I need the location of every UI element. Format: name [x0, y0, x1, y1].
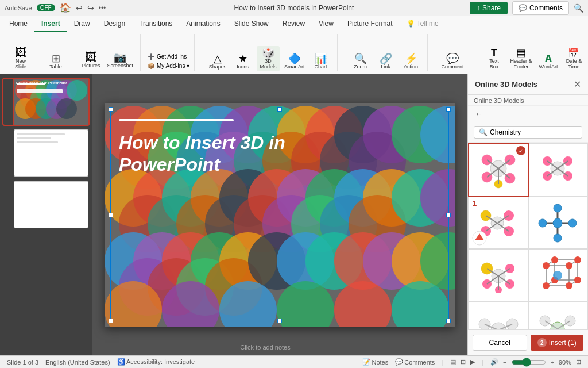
action-button[interactable]: ⚡ Action	[400, 52, 423, 71]
tab-home[interactable]: Home	[2, 16, 34, 32]
canvas-area[interactable]: How to Insert 3D in PowerPoint Click to …	[92, 74, 467, 355]
tab-review[interactable]: Review	[276, 16, 312, 32]
zoom-slider[interactable]	[512, 358, 546, 367]
slide-canvas[interactable]: How to Insert 3D in PowerPoint	[105, 103, 455, 327]
model-cell-1[interactable]: ✓	[469, 144, 528, 195]
share-button[interactable]: ↑ Share	[470, 2, 508, 14]
slide-panel: 1	[0, 74, 92, 355]
insert-button[interactable]: 2 Insert (1)	[531, 335, 584, 351]
slideshow-view-icon[interactable]: ▶	[470, 358, 475, 366]
my-addins-button[interactable]: 📦 My Add-ins ▾	[145, 62, 192, 70]
undo-btn[interactable]: ↩	[76, 3, 83, 13]
tab-tell-me[interactable]: 💡 Tell me	[400, 16, 446, 32]
icons-button[interactable]: ★ Icons	[231, 52, 254, 71]
model-cell-4[interactable]	[529, 197, 587, 248]
normal-view-icon[interactable]: ▤	[450, 358, 456, 366]
slide-info: Slide 1 of 3	[7, 359, 38, 366]
search-magnifier-icon: 🔍	[479, 128, 488, 136]
back-arrow-icon[interactable]: ←	[475, 109, 483, 118]
svg-text:How to Insert 3D in: How to Insert 3D in	[119, 132, 285, 153]
models-panel: Online 3D Models ✕ Online 3D Models ← 🔍	[467, 74, 588, 355]
shapes-button[interactable]: △ Shapes	[206, 52, 229, 71]
comment-button[interactable]: 💬 Comment	[439, 52, 466, 71]
outline-view-icon[interactable]: ⊞	[461, 358, 466, 366]
tab-transitions[interactable]: Transitions	[132, 16, 179, 32]
date-time-button[interactable]: 📅 Date &Time	[562, 47, 585, 71]
header-footer-icon: ▤	[516, 48, 526, 58]
close-panel-button[interactable]: ✕	[574, 79, 581, 90]
ribbon-group-links: 🔍 Zoom 🔗 Link ⚡ Action	[345, 34, 428, 71]
tab-insert[interactable]: Insert	[34, 16, 67, 32]
tab-view[interactable]: View	[312, 16, 341, 32]
title-bar-right: ↑ Share 💬 Comments 🔍	[470, 1, 583, 15]
view-icons: 📝 Notes 💬 Comments	[362, 358, 435, 366]
tab-picture-format[interactable]: Picture Format	[341, 16, 400, 32]
model-3-number: 1	[473, 199, 477, 208]
tab-design[interactable]: Design	[97, 16, 132, 32]
3d-models-button[interactable]: 🎲 3DModels	[257, 46, 280, 71]
ribbon-group-illustrations: △ Shapes ★ Icons 🎲 3DModels 🔷 SmartArt 📊	[202, 34, 338, 71]
model-cell-6[interactable]	[529, 250, 587, 301]
home-icon[interactable]: 🏠	[60, 2, 71, 13]
chart-button[interactable]: 📊 Chart	[310, 52, 332, 71]
search-box[interactable]: 🔍	[474, 126, 582, 139]
link-button[interactable]: 🔗 Link	[374, 52, 397, 71]
model-cell-8[interactable]	[529, 302, 587, 329]
slide-thumb-1[interactable]: 1	[3, 79, 88, 125]
zoom-out-button[interactable]: −	[503, 359, 506, 366]
search-icon[interactable]: 🔍	[574, 3, 583, 13]
action-icon: ⚡	[405, 53, 417, 64]
status-bar: Slide 1 of 3 English (United States) ♿ A…	[0, 355, 588, 368]
comments-icon: 💬	[519, 4, 527, 12]
comment-icon: 💬	[446, 53, 459, 64]
model-cell-7[interactable]	[469, 302, 528, 329]
ribbon-group-new-slide: 🖼 NewSlide	[5, 34, 37, 71]
new-slide-button[interactable]: 🖼 NewSlide	[9, 45, 32, 71]
share-icon: ↑	[477, 4, 480, 12]
wordart-button[interactable]: A WordArt	[537, 52, 560, 71]
accessibility-icon: ♿	[117, 358, 125, 365]
comments-button[interactable]: 💬 Comments	[512, 1, 569, 15]
status-left: Slide 1 of 3 English (United States) ♿ A…	[7, 358, 195, 366]
notes-button[interactable]: 📝 Notes	[362, 358, 388, 366]
ribbon-content: 🖼 NewSlide ⊞ Table 🖼 Pictures 📷 Screensh…	[0, 32, 588, 74]
model-cell-3[interactable]: 1	[469, 197, 528, 248]
get-addins-button[interactable]: ➕ Get Add-ins	[145, 52, 192, 61]
shapes-icon: △	[214, 53, 222, 64]
tab-slideshow[interactable]: Slide Show	[227, 16, 276, 32]
smartart-button[interactable]: 🔷 SmartArt	[282, 52, 307, 71]
click-to-add-notes[interactable]: Click to add notes	[184, 344, 347, 351]
model-cell-5[interactable]	[469, 250, 528, 301]
fit-slide-button[interactable]: ⊡	[576, 358, 581, 366]
svg-point-148	[566, 262, 572, 269]
tab-draw[interactable]: Draw	[67, 16, 97, 32]
ribbon-tabs: Home Insert Draw Design Transitions Anim…	[0, 16, 588, 32]
cancel-button[interactable]: Cancel	[473, 335, 527, 351]
slide-thumb-2[interactable]: 2	[3, 129, 88, 177]
comments-status-button[interactable]: 💬 Comments	[395, 358, 435, 366]
screenshot-icon: 📷	[114, 52, 126, 63]
more-btn[interactable]: •••	[99, 4, 106, 12]
svg-point-154	[574, 277, 581, 283]
slide-thumb-3[interactable]: 3	[3, 181, 88, 228]
pictures-button[interactable]: 🖼 Pictures	[79, 49, 103, 70]
search-input[interactable]	[490, 128, 577, 136]
model-4-visual	[535, 201, 581, 244]
model-cell-2[interactable]	[529, 144, 587, 195]
notes-icon: 📝	[362, 358, 370, 366]
3d-models-icon: 🎲	[262, 48, 274, 58]
autosave-toggle[interactable]: OFF	[37, 4, 55, 12]
textbox-button[interactable]: T TextBox	[483, 46, 506, 71]
zoom-in-button[interactable]: +	[551, 359, 554, 366]
models-subtitle: Online 3D Models	[468, 95, 588, 106]
table-button[interactable]: ⊞ Table	[44, 52, 67, 71]
header-footer-button[interactable]: ▤ Header &Footer	[508, 46, 535, 71]
redo-btn[interactable]: ↪	[87, 3, 94, 13]
my-addins-icon: 📦	[148, 63, 154, 69]
screenshot-button[interactable]: 📷 Screenshot	[105, 51, 136, 70]
new-slide-icon: 🖼	[15, 47, 26, 58]
zoom-button[interactable]: 🔍 Zoom	[349, 52, 372, 71]
tab-animations[interactable]: Animations	[179, 16, 227, 32]
textbox-icon: T	[491, 48, 497, 58]
svg-point-123	[568, 219, 577, 227]
